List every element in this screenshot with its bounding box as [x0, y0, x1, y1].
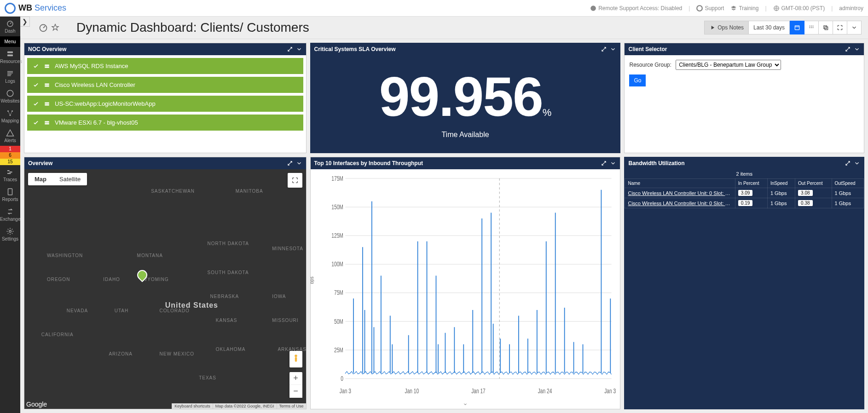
support-link[interactable]: Support — [696, 5, 724, 11]
map-button[interactable]: Map — [28, 173, 53, 185]
alert-count-warning[interactable]: 15 — [0, 159, 20, 165]
chevron-down-icon[interactable] — [296, 46, 302, 52]
col-out-speed[interactable]: OutSpeed — [832, 179, 864, 188]
sidebar-item-menu[interactable]: Menu — [0, 36, 20, 47]
svg-rect-4 — [7, 52, 13, 53]
in-percent-cell: 0.19 — [735, 198, 767, 208]
remote-support-text: Remote Support Access: Disabled — [598, 5, 682, 11]
expand-icon[interactable] — [601, 160, 607, 166]
sidebar-item-alerts[interactable]: Alerts — [0, 126, 20, 146]
ops-notes-button[interactable]: Ops Notes — [704, 21, 749, 34]
expand-icon[interactable] — [287, 46, 293, 52]
svg-rect-21 — [825, 27, 827, 29]
expand-icon[interactable] — [601, 46, 607, 52]
svg-point-30 — [295, 355, 297, 357]
training-text: Training — [739, 5, 758, 11]
throughput-chart[interactable]: bps 025M50M75M100M125M150M175MJan 3Jan 1… — [311, 169, 620, 401]
svg-text:100M: 100M — [331, 261, 343, 268]
topbar-right: Remote Support Access: Disabled | Suppor… — [590, 5, 863, 11]
map-type-toggle: Map Satellite — [28, 173, 87, 185]
map-keyboard-shortcuts[interactable]: Keyboard shortcuts — [172, 403, 213, 409]
noc-item[interactable]: VMware ESXi 6.7 - blg-vhost05 — [27, 115, 303, 131]
sidebar-item-logs[interactable]: Logs — [0, 67, 20, 86]
chart-y-axis-label: bps — [310, 276, 314, 284]
resource-group-select[interactable]: Clients/BLG - Benepartum Law Group — [676, 60, 781, 70]
logs-icon — [6, 69, 14, 78]
chevron-down-icon[interactable] — [854, 46, 860, 52]
col-in-percent[interactable]: In Percent — [735, 179, 767, 188]
svg-point-18 — [811, 27, 812, 28]
satellite-button[interactable]: Satellite — [53, 173, 87, 185]
svg-rect-29 — [45, 123, 49, 124]
map-canvas[interactable]: Map Satellite SASKATCHEWAN MANITOBA WASH… — [24, 169, 306, 409]
chevron-down-icon[interactable] — [610, 160, 616, 166]
interface-link[interactable]: Cisco Wireless LAN Controller Unit: 0 Sl… — [625, 198, 735, 208]
user-menu[interactable]: admintroy — [839, 5, 863, 11]
star-icon[interactable] — [51, 23, 60, 32]
support-text: Support — [705, 5, 724, 11]
time-range-button[interactable]: Last 30 days — [749, 21, 790, 34]
panel-bandwidth-utilization: Bandwidth Utilization 2 items Name In Pe… — [624, 157, 864, 409]
alert-count-critical[interactable]: 1 — [0, 146, 20, 152]
sidebar-item-websites[interactable]: Websites — [0, 86, 20, 106]
globe-icon — [773, 5, 780, 11]
sla-label: Time Available — [441, 131, 489, 139]
chevron-down-icon[interactable] — [610, 46, 616, 52]
brand-icon — [5, 3, 16, 14]
sidebar-item-settings[interactable]: Settings — [0, 224, 20, 244]
table-row: Cisco Wireless LAN Controller Unit: 0 Sl… — [625, 198, 864, 208]
sidebar-item-resources[interactable]: Resources — [0, 47, 20, 67]
more-menu-button[interactable] — [847, 21, 862, 34]
map-fullscreen-button[interactable] — [288, 173, 302, 188]
noc-item[interactable]: AWS MySQL RDS Instance — [27, 58, 303, 74]
sidebar: Dash Menu Resources Logs Websites Mappin… — [0, 17, 20, 413]
timezone-selector[interactable]: GMT-08:00 (PST) — [773, 5, 825, 11]
chevron-down-icon[interactable] — [854, 160, 860, 166]
training-link[interactable]: Training — [730, 5, 758, 11]
svg-text:Jan 31: Jan 31 — [604, 388, 617, 395]
go-button[interactable]: Go — [629, 75, 646, 86]
sidebar-item-mapping[interactable]: Mapping — [0, 106, 20, 126]
alert-count-error[interactable]: 6 — [0, 152, 20, 159]
map-marker[interactable] — [135, 268, 149, 282]
expand-icon[interactable] — [287, 160, 293, 166]
sidebar-item-traces[interactable]: Traces — [0, 165, 20, 185]
expand-icon[interactable] — [845, 160, 851, 166]
map-pegman[interactable] — [289, 351, 302, 367]
grid-button[interactable] — [804, 21, 819, 34]
svg-text:Jan 3: Jan 3 — [339, 388, 351, 395]
col-out-percent[interactable]: Out Percent — [795, 179, 832, 188]
in-speed-cell: 1 Gbps — [767, 198, 795, 208]
sidebar-label-mapping: Mapping — [0, 118, 20, 123]
time-range-label: Last 30 days — [753, 24, 785, 31]
svg-point-1 — [697, 6, 703, 11]
svg-rect-20 — [824, 26, 827, 29]
chevron-down-icon[interactable] — [296, 160, 302, 166]
map-zoom-in[interactable]: + — [289, 372, 302, 385]
svg-rect-23 — [45, 66, 49, 68]
expand-icon[interactable] — [845, 46, 851, 52]
noc-item[interactable]: US-SC:webApp:LogicMonitorWebApp — [27, 96, 303, 112]
panel-title: Overview — [28, 160, 287, 166]
sidebar-item-dash[interactable]: Dash — [0, 17, 20, 36]
svg-rect-28 — [45, 121, 49, 122]
interface-link[interactable]: Cisco Wireless LAN Controller Unit: 0 Sl… — [625, 188, 735, 198]
sidebar-label-alerts: Alerts — [0, 138, 20, 143]
exchange-icon — [6, 207, 14, 216]
remote-support-status[interactable]: Remote Support Access: Disabled — [590, 5, 682, 11]
copy-button[interactable] — [819, 21, 833, 34]
svg-point-0 — [590, 6, 596, 11]
sidebar-item-reports[interactable]: Reports — [0, 185, 20, 205]
map-terms[interactable]: Terms of Use — [277, 403, 306, 409]
map-zoom-out[interactable]: − — [289, 385, 302, 398]
calendar-button[interactable] — [790, 21, 804, 34]
sidebar-expand-handle[interactable]: ❯ — [20, 17, 30, 27]
chart-expand-handle[interactable] — [311, 401, 620, 409]
chevron-down-icon — [851, 24, 857, 31]
fullscreen-button[interactable] — [833, 21, 847, 34]
noc-item[interactable]: Cisco Wireless LAN Controller — [27, 77, 303, 93]
col-name[interactable]: Name — [625, 179, 735, 188]
col-in-speed[interactable]: InSpeed — [767, 179, 795, 188]
client-selector-body: Resource Group: Clients/BLG - Benepartum… — [625, 55, 864, 91]
sidebar-item-exchange[interactable]: Exchange — [0, 205, 20, 224]
